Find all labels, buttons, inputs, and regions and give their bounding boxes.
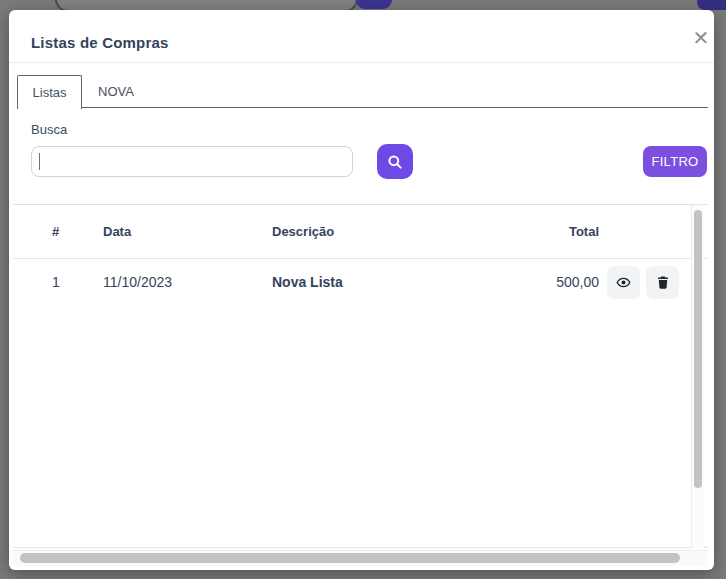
view-button[interactable] — [607, 266, 640, 299]
col-header-description: Descrição — [272, 224, 442, 239]
lists-table: # Data Descrição Total 1 11/10/2023 Nova… — [13, 204, 708, 548]
cell-total: 500,00 — [442, 274, 599, 290]
delete-button[interactable] — [646, 266, 679, 299]
cell-date: 11/10/2023 — [103, 274, 272, 290]
filter-button[interactable]: FILTRO — [643, 146, 707, 177]
modal-title: Listas de Compras — [31, 34, 169, 51]
tab-listas[interactable]: Listas — [17, 75, 82, 109]
screen: Listas de Compras ✕ Listas NOVA Busca FI… — [0, 0, 726, 579]
col-header-id: # — [13, 224, 103, 239]
tabbar-underline — [17, 107, 708, 108]
header-divider — [9, 62, 714, 63]
background-search-button — [356, 0, 392, 9]
magnifier-icon — [387, 154, 403, 170]
vertical-scrollbar-thumb[interactable] — [694, 210, 702, 488]
table-row: 1 11/10/2023 Nova Lista 500,00 — [13, 259, 708, 305]
search-button[interactable] — [377, 144, 413, 179]
eye-icon — [616, 275, 631, 290]
cell-id: 1 — [13, 274, 103, 290]
table-header-row: # Data Descrição Total — [13, 205, 708, 259]
text-caret — [39, 153, 40, 170]
tab-nova-label: NOVA — [98, 84, 134, 99]
close-button[interactable]: ✕ — [687, 24, 715, 52]
trash-icon — [656, 275, 670, 290]
col-header-date: Data — [103, 224, 272, 239]
tab-nova[interactable]: NOVA — [82, 75, 150, 108]
close-icon: ✕ — [693, 27, 710, 49]
search-input[interactable] — [31, 146, 353, 177]
search-label: Busca — [31, 122, 67, 137]
tab-listas-label: Listas — [33, 85, 67, 100]
col-header-total: Total — [442, 224, 599, 239]
shopping-lists-modal: Listas de Compras ✕ Listas NOVA Busca FI… — [9, 10, 714, 570]
background-corner-button — [697, 0, 726, 10]
horizontal-scrollbar-thumb[interactable] — [20, 553, 680, 563]
cell-description: Nova Lista — [272, 274, 442, 290]
